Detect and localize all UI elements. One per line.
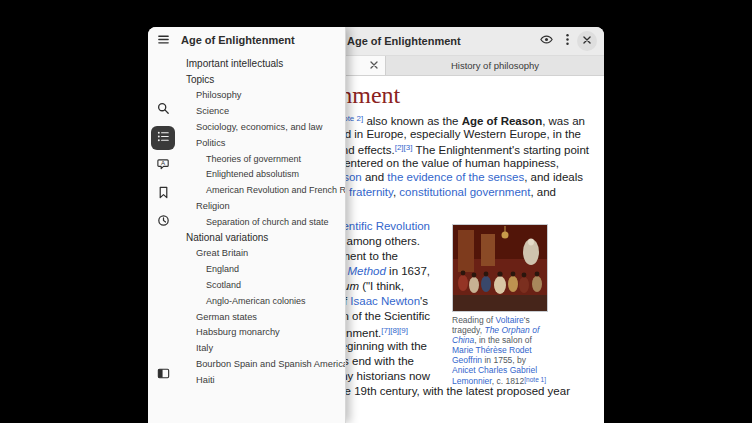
image-caption: Reading of Voltaire's tragedy, The Orpha… [452, 315, 548, 386]
article-text: , was an [542, 115, 585, 127]
tab-close-button[interactable] [366, 58, 381, 73]
close-icon [368, 59, 380, 74]
toc-item[interactable]: Religion [148, 198, 345, 214]
tab-label: History of philosophy [451, 60, 539, 71]
article-text: and [362, 171, 388, 183]
article-text: , c. 1812 [492, 376, 525, 386]
drawer-title: Age of Enlightenment [181, 34, 295, 46]
article-link[interactable]: the evidence of the senses [387, 171, 524, 183]
desktop-background: { "window": { "title": "Age of Enlighten… [0, 0, 752, 423]
toc-item[interactable]: Scotland [148, 277, 345, 293]
article-image[interactable] [452, 224, 548, 312]
tab-history-of-philosophy[interactable]: History of philosophy [386, 56, 604, 75]
reference-link[interactable]: [8] [390, 326, 399, 335]
hamburger-icon [156, 32, 171, 50]
app-window: Age of Enlightenment Age of Enlightenmen… [148, 27, 604, 423]
reference-link[interactable]: [note 1] [524, 376, 546, 383]
salon-painting-graphic [453, 225, 547, 311]
article-text: , and [530, 186, 556, 198]
menu-button[interactable] [557, 31, 577, 51]
kebab-menu-icon [560, 32, 575, 50]
article-text: , and ideals [524, 171, 583, 183]
toc-drawer: A Age of Enlightenment Important intelle… [148, 27, 346, 423]
toc-item[interactable]: Habsburg monarchy [148, 325, 345, 341]
toc-item[interactable]: Topics [148, 72, 345, 88]
eye-button[interactable] [536, 31, 556, 51]
toc-item[interactable]: Italy [148, 340, 345, 356]
toc-list: Important intellectualsTopicsPhilosophyS… [148, 56, 345, 388]
toc-item[interactable]: England [148, 261, 345, 277]
article-link[interactable]: constitutional government [399, 186, 530, 198]
article-text: Reading of [452, 315, 495, 325]
toc-item[interactable]: Great Britain [148, 246, 345, 262]
toc-item[interactable]: Enlightened absolutism [148, 167, 345, 183]
article-link[interactable]: Isaac Newton [350, 295, 420, 307]
reference-link[interactable]: [9] [399, 326, 408, 335]
toc-item[interactable]: Haiti [148, 372, 345, 388]
toc-item[interactable]: Anglo-American colonies [148, 293, 345, 309]
article-text: in 1637, [386, 265, 430, 277]
toc-item[interactable]: Sociology, economics, and law [148, 119, 345, 135]
eye-icon [539, 32, 554, 50]
article-text: Age of Reason [462, 115, 543, 127]
toc-item[interactable]: Theories of government [148, 151, 345, 167]
article-image-figure: Reading of Voltaire's tragedy, The Orpha… [452, 224, 548, 386]
toc-item[interactable]: Science [148, 103, 345, 119]
close-window-button[interactable] [577, 31, 597, 51]
toc-item[interactable]: Philosophy [148, 88, 345, 104]
article-text: , in the salon of [474, 335, 532, 345]
reference-link[interactable]: [2] [395, 143, 404, 152]
reference-link[interactable]: [7] [381, 326, 390, 335]
article-text: ("I think, [359, 280, 404, 292]
article-text: 's [420, 295, 428, 307]
article-text: The Enlightenment's starting point [412, 144, 589, 156]
toc-item[interactable]: German states [148, 309, 345, 325]
toc-item[interactable]: Politics [148, 135, 345, 151]
article-text: in 1755, by [482, 355, 526, 365]
article-link[interactable]: Voltaire [495, 315, 523, 325]
article-link[interactable]: fraternity [349, 186, 393, 198]
toc-item[interactable]: American Revolution and French Revolutio… [148, 182, 345, 198]
toc-item[interactable]: Bourbon Spain and Spanish America [148, 356, 345, 372]
hamburger-menu-button[interactable] [151, 29, 175, 53]
toc-item[interactable]: National variations [148, 230, 345, 246]
toc-item[interactable]: Important intellectuals [148, 56, 345, 72]
article-text: , among others. [340, 235, 420, 247]
article-text: also known as the [363, 115, 461, 127]
toc-item[interactable]: Separation of church and state [148, 214, 345, 230]
close-icon [580, 33, 594, 50]
window-title: Age of Enlightenment [347, 27, 461, 55]
